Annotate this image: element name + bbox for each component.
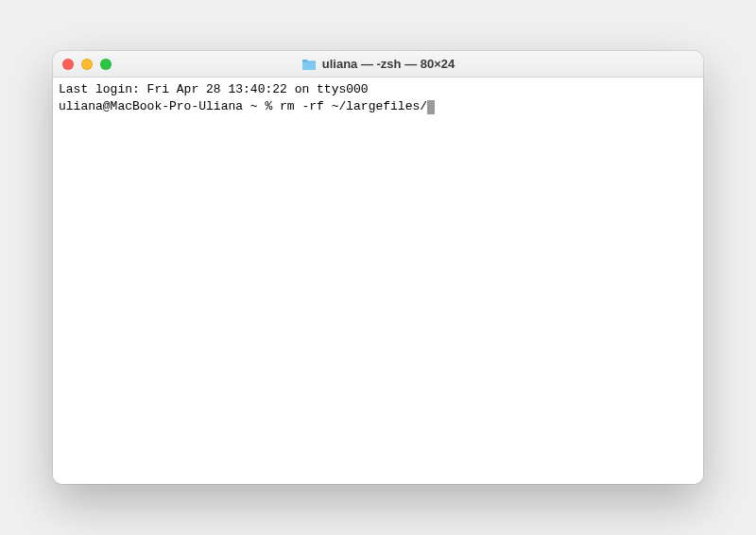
minimize-button[interactable] [81, 59, 93, 70]
terminal-window: uliana — -zsh — 80×24 Last login: Fri Ap… [53, 51, 703, 484]
last-login-line: Last login: Fri Apr 28 13:40:22 on ttys0… [59, 81, 697, 98]
terminal-cursor [427, 100, 435, 114]
terminal-content[interactable]: Last login: Fri Apr 28 13:40:22 on ttys0… [53, 78, 703, 484]
typed-command: rm -rf ~/largefiles/ [280, 99, 427, 113]
title-container: uliana — -zsh — 80×24 [53, 57, 703, 71]
window-titlebar[interactable]: uliana — -zsh — 80×24 [53, 51, 703, 78]
prompt-line: uliana@MacBook-Pro-Uliana ~ % rm -rf ~/l… [59, 98, 697, 115]
close-button[interactable] [62, 59, 74, 70]
shell-prompt: uliana@MacBook-Pro-Uliana ~ % [59, 99, 280, 113]
folder-icon [301, 58, 317, 70]
maximize-button[interactable] [100, 59, 112, 70]
window-title: uliana — -zsh — 80×24 [322, 57, 455, 71]
traffic-lights [62, 59, 112, 70]
